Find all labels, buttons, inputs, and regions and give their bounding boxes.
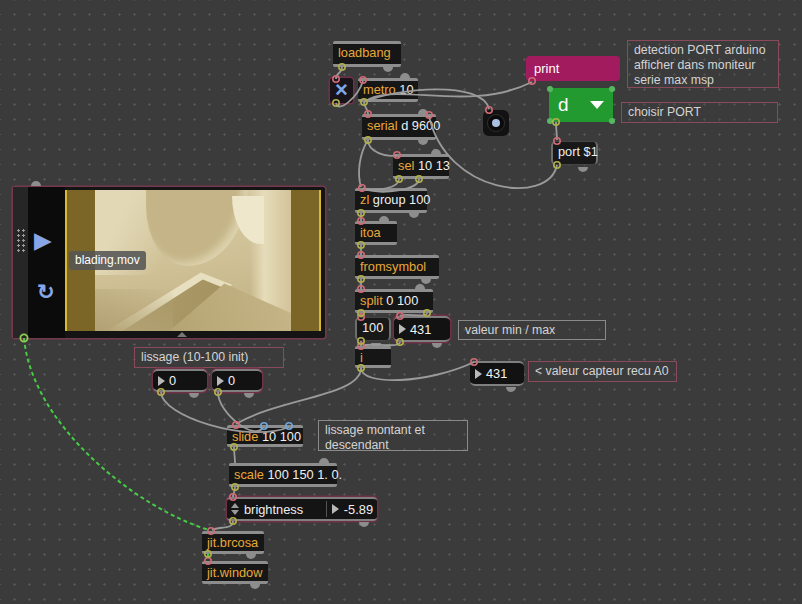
object-print[interactable]: print xyxy=(526,56,620,81)
attrui-label: brightness xyxy=(244,502,303,517)
object-fromsymbol[interactable]: fromsymbol xyxy=(355,255,439,279)
playlist-marker xyxy=(177,332,187,337)
umenu-port-dropdown[interactable]: d xyxy=(549,88,613,122)
bang-button[interactable] xyxy=(483,110,509,136)
number-box-capteur[interactable]: 431 xyxy=(470,361,524,386)
message-box-port[interactable]: port $1 xyxy=(551,141,598,165)
number-triangle-icon xyxy=(158,376,165,386)
selection-handle xyxy=(547,118,553,124)
max-patcher-canvas: ▶ ↻ blading.mov loadbang × metro 10 seri… xyxy=(0,0,802,604)
jit-playlist[interactable]: ▶ ↻ blading.mov xyxy=(13,187,325,338)
object-metro[interactable]: metro 10 xyxy=(358,78,418,102)
object-scale[interactable]: scale 100 150 1. 0. xyxy=(229,463,337,487)
attrui-brightness[interactable]: brightness -5.89 xyxy=(227,497,377,521)
object-jit-brcosa[interactable]: jit.brcosa xyxy=(202,531,264,554)
comment-choisir-port[interactable]: choisir PORT xyxy=(621,102,778,123)
comment-lissage-init[interactable]: lissage (10-100 init) xyxy=(134,347,284,368)
spinner-arrows-icon[interactable] xyxy=(231,503,239,515)
video-shape xyxy=(95,289,173,331)
attrui-value[interactable]: -5.89 xyxy=(344,502,373,517)
dropdown-arrow-icon xyxy=(590,101,604,109)
object-slide[interactable]: slide 10 100 xyxy=(227,425,303,447)
object-i[interactable]: i xyxy=(355,346,391,368)
comment-lissage-montant[interactable]: lissage montant et descendant xyxy=(318,420,468,451)
play-icon[interactable]: ▶ xyxy=(34,229,52,252)
playlist-drag-column[interactable] xyxy=(13,187,28,338)
number-box-smooth-up[interactable]: 0 xyxy=(153,369,207,392)
number-triangle-icon xyxy=(332,504,339,514)
divider xyxy=(326,501,327,517)
message-box-100[interactable]: 100 xyxy=(355,317,391,341)
object-split[interactable]: split 0 100 xyxy=(355,289,433,313)
object-loadbang[interactable]: loadbang xyxy=(333,41,401,67)
selection-handle xyxy=(609,86,615,92)
loop-icon[interactable]: ↻ xyxy=(37,281,55,302)
number-box-minmax[interactable]: 431 xyxy=(394,316,450,342)
selection-handle xyxy=(609,118,615,124)
number-triangle-icon xyxy=(475,369,482,379)
umenu-selected-value: d xyxy=(558,94,569,116)
object-itoa[interactable]: itoa xyxy=(355,221,397,245)
number-box-smooth-down[interactable]: 0 xyxy=(212,369,262,392)
clip-lane-right xyxy=(291,190,319,331)
object-zl-group[interactable]: zl group 100 xyxy=(355,188,427,213)
comment-valeur-capteur[interactable]: < valeur capteur recu A0 xyxy=(528,361,677,382)
comment-valeur-minmax[interactable]: valeur min / max xyxy=(458,320,606,340)
number-triangle-icon xyxy=(217,376,224,386)
toggle-checkbox[interactable]: × xyxy=(330,78,353,103)
drag-handle-icon[interactable] xyxy=(16,228,26,254)
comment-detection[interactable]: detection PORT arduino afficher dans mon… xyxy=(627,40,779,88)
number-triangle-icon xyxy=(399,324,406,334)
resize-handle xyxy=(31,181,41,186)
bang-dot-icon xyxy=(492,119,500,127)
object-jit-window[interactable]: jit.window xyxy=(202,561,268,584)
object-sel[interactable]: sel 10 13 xyxy=(393,154,449,179)
clip-name-badge: blading.mov xyxy=(69,251,146,270)
object-serial[interactable]: serial d 9600 xyxy=(362,114,436,140)
clip-progress-bar-right xyxy=(319,190,321,331)
toggle-x-icon: × xyxy=(335,77,348,102)
playlist-controls-column: ▶ ↻ xyxy=(28,187,65,338)
selection-handle xyxy=(547,86,553,92)
